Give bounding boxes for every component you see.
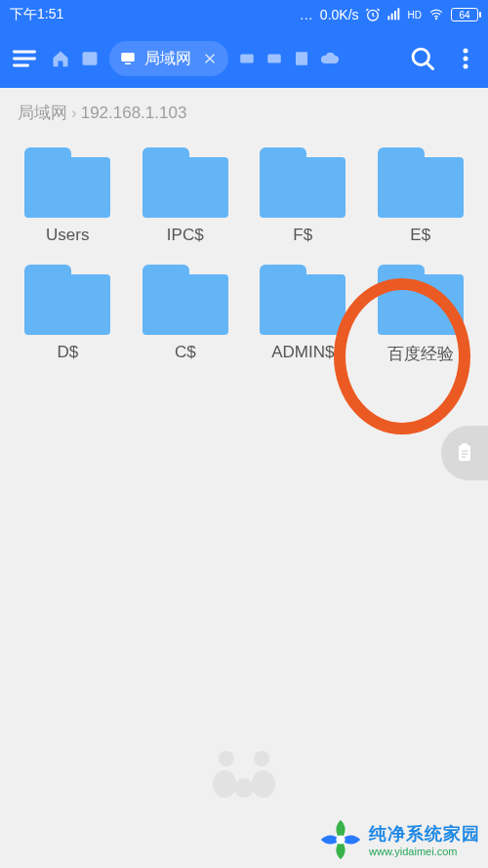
tab-strip: 局域网	[51, 41, 398, 76]
svg-point-32	[336, 835, 345, 844]
folder-item[interactable]: E$	[367, 147, 475, 245]
folder-label: Users	[46, 226, 89, 245]
active-tab[interactable]: 局域网	[109, 41, 228, 76]
search-button[interactable]	[408, 44, 437, 73]
alarm-icon	[365, 7, 381, 22]
svg-rect-3	[394, 11, 396, 20]
folder-label: C$	[175, 343, 196, 362]
svg-rect-10	[121, 53, 135, 62]
network-icon	[119, 50, 137, 67]
folder-icon	[378, 265, 464, 335]
folder-item[interactable]: D$	[14, 265, 122, 365]
svg-point-28	[254, 751, 269, 766]
svg-point-27	[219, 751, 234, 766]
folder-label: IPC$	[167, 226, 204, 245]
svg-rect-9	[83, 52, 98, 64]
folder-icon	[260, 147, 346, 218]
svg-rect-15	[267, 55, 281, 63]
folder-icon	[378, 147, 464, 218]
folder-item[interactable]: F$	[249, 147, 357, 245]
folder-label: F$	[293, 226, 312, 245]
storage-tab-icon[interactable]	[80, 49, 100, 68]
cloud-icon[interactable]	[320, 49, 340, 68]
svg-rect-14	[240, 55, 254, 63]
status-net-speed: 0.0K/s	[320, 7, 359, 22]
svg-rect-2	[390, 14, 392, 21]
status-right: … 0.0K/s HD 64	[300, 7, 478, 22]
svg-rect-16	[296, 52, 307, 65]
folder-icon	[24, 147, 110, 218]
folder-label: 百度经验	[387, 343, 454, 365]
brand-name: 纯净系统家园	[369, 822, 480, 846]
hd-icon: HD	[408, 10, 422, 21]
cloud-tab-b-icon[interactable]	[265, 50, 283, 67]
folder-label: D$	[57, 343, 78, 362]
breadcrumb-path: 192.168.1.103	[81, 103, 187, 123]
folder-item[interactable]: Users	[14, 147, 122, 245]
brand-mark: 纯净系统家园 www.yidaimei.com	[318, 817, 480, 862]
svg-rect-11	[125, 63, 131, 65]
active-tab-label: 局域网	[144, 49, 191, 69]
book-tab-icon[interactable]	[293, 50, 310, 67]
svg-point-30	[252, 770, 275, 798]
svg-rect-4	[397, 8, 399, 20]
brand-logo-icon	[318, 817, 363, 862]
folder-icon	[142, 265, 228, 335]
folder-icon	[260, 265, 346, 335]
wifi-icon	[427, 8, 445, 21]
svg-point-31	[234, 778, 254, 798]
svg-point-29	[213, 770, 236, 798]
close-tab-button[interactable]	[199, 48, 221, 69]
cloud-tab-a-icon[interactable]	[238, 50, 256, 67]
breadcrumb-root: 局域网	[18, 102, 67, 124]
watermark-icon	[205, 741, 283, 800]
chevron-right-icon: ›	[71, 103, 77, 123]
svg-point-5	[435, 19, 436, 20]
folder-item[interactable]: 百度经验	[367, 265, 475, 365]
battery-icon: 64	[451, 8, 478, 21]
folder-item[interactable]: IPC$	[132, 147, 240, 245]
overflow-menu-button[interactable]	[451, 44, 480, 73]
folder-item[interactable]: C$	[132, 265, 240, 365]
brand-url: www.yidaimei.com	[369, 846, 480, 857]
svg-point-19	[464, 49, 468, 54]
folder-label: ADMIN$	[271, 343, 334, 362]
folder-grid: Users IPC$ F$ E$ D$ C$ ADMIN$ 百度	[0, 138, 488, 375]
home-tab-icon[interactable]	[51, 49, 70, 68]
svg-line-18	[427, 63, 433, 69]
app-bar: 局域网	[0, 29, 488, 88]
svg-rect-22	[459, 445, 470, 461]
breadcrumb[interactable]: 局域网 › 192.168.1.103	[0, 88, 488, 138]
status-time: 下午1:51	[10, 6, 63, 23]
folder-item[interactable]: ADMIN$	[249, 265, 357, 365]
signal-icon	[386, 7, 402, 22]
clipboard-icon	[453, 441, 476, 465]
svg-rect-23	[462, 443, 468, 447]
svg-rect-1	[387, 16, 389, 20]
status-dots: …	[300, 7, 314, 22]
folder-icon	[142, 147, 228, 218]
svg-point-20	[464, 57, 468, 62]
menu-button[interactable]	[8, 42, 41, 75]
status-bar: 下午1:51 … 0.0K/s HD 64	[0, 0, 488, 29]
folder-icon	[24, 265, 110, 335]
folder-label: E$	[410, 226, 430, 245]
svg-point-21	[464, 64, 468, 69]
clipboard-fab[interactable]	[441, 426, 488, 480]
